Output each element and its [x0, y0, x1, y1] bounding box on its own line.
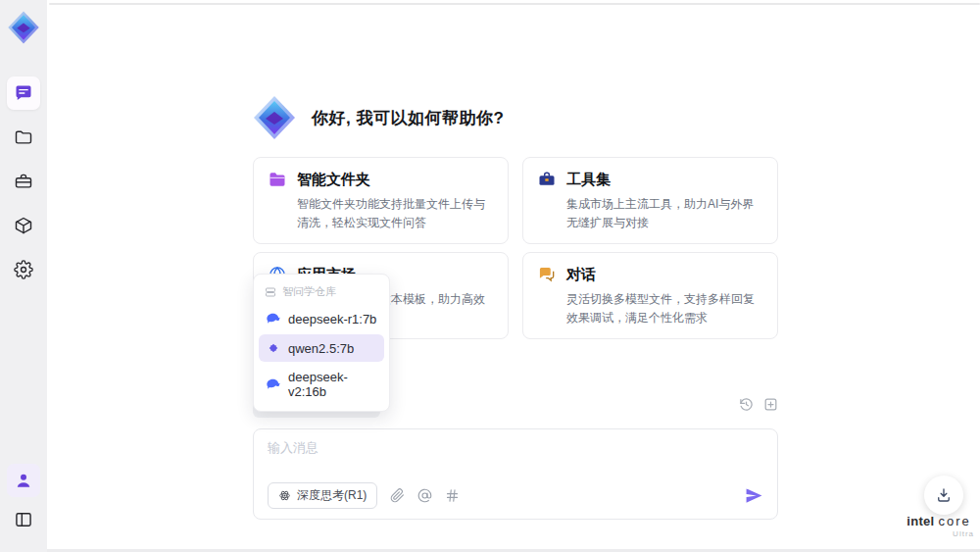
history-icon[interactable]: [739, 397, 754, 412]
card-toolset[interactable]: 工具集 集成市场上主流工具，助力AI与外界无缝扩展与对接: [522, 157, 778, 244]
sidebar-item-folders[interactable]: [7, 121, 40, 154]
card-title: 智能文件夹: [297, 171, 370, 189]
intel-core-badge: intelcore Ultra: [904, 514, 974, 538]
greeting-text: 你好, 我可以如何帮助你?: [312, 107, 504, 129]
briefcase-icon: [537, 170, 557, 189]
mention-button[interactable]: [417, 488, 432, 503]
attach-file-button[interactable]: [390, 488, 405, 503]
sidebar-item-toolbox[interactable]: [7, 165, 40, 198]
assistant-logo-icon: [251, 94, 298, 141]
atom-icon: [278, 489, 291, 502]
card-description: 智能文件夹功能支持批量文件上传与清洗，轻松实现文件问答: [297, 195, 494, 231]
intel-wordmark: intel: [906, 514, 934, 528]
chat-bubbles-icon: [537, 265, 557, 284]
model-option-label: deepseek-v2:16b: [288, 370, 377, 399]
greeting-row: 你好, 我可以如何帮助你?: [251, 94, 504, 141]
composer-toolbar: 深度思考(R1): [268, 482, 763, 509]
folder-icon: [14, 127, 33, 147]
deep-think-toggle[interactable]: 深度思考(R1): [268, 482, 377, 509]
card-description: 集成市场上主流工具，助力AI与外界无缝扩展与对接: [566, 195, 763, 231]
repository-icon: [265, 286, 276, 298]
app-logo-icon: [6, 10, 41, 45]
core-wordmark: core: [938, 514, 970, 528]
sidebar-item-collapse[interactable]: [7, 503, 40, 536]
card-title: 对话: [566, 266, 596, 284]
prompt-library-button[interactable]: [445, 488, 460, 503]
window-top-edge: [49, 3, 980, 5]
model-dropdown-header-label: 智问学仓库: [282, 284, 336, 299]
paperclip-icon: [390, 488, 405, 503]
panel-layout-icon: [14, 510, 33, 529]
user-icon: [14, 471, 33, 490]
deepseek-whale-icon: [266, 311, 281, 326]
new-chat-icon[interactable]: [763, 397, 778, 412]
card-smart-folder[interactable]: 智能文件夹 智能文件夹功能支持批量文件上传与清洗，轻松实现文件问答: [253, 157, 509, 244]
gear-icon: [14, 260, 33, 279]
card-dialogue[interactable]: 对话 灵活切换多模型文件，支持多样回复效果调试，满足个性化需求: [522, 252, 778, 339]
card-description: 灵活切换多模型文件，支持多样回复效果调试，满足个性化需求: [566, 290, 763, 326]
chat-icon: [14, 83, 33, 103]
sidebar: [0, 0, 47, 552]
model-option-label: deepseek-r1:7b: [288, 312, 376, 326]
folder-purple-icon: [268, 170, 287, 189]
download-icon: [935, 486, 953, 504]
cube-icon: [14, 216, 33, 235]
sidebar-item-account[interactable]: [7, 464, 40, 497]
at-icon: [417, 488, 432, 503]
hash-icon: [445, 488, 460, 503]
message-input[interactable]: [268, 439, 763, 482]
model-option-qwen[interactable]: qwen2.5:7b: [259, 334, 384, 362]
qwen-icon: [266, 340, 281, 356]
model-dropdown-header: 智问学仓库: [259, 278, 384, 303]
model-option-deepseek-v2[interactable]: deepseek-v2:16b: [259, 364, 384, 405]
download-fab[interactable]: [924, 476, 963, 515]
model-dropdown: 智问学仓库 deepseek-r1:7b qwen2.5:7b deepseek…: [253, 274, 390, 412]
chat-tools: [739, 397, 778, 412]
sidebar-item-models[interactable]: [7, 209, 40, 242]
send-icon: [745, 486, 763, 505]
sidebar-item-chat[interactable]: [7, 76, 40, 110]
toolbox-icon: [14, 172, 33, 191]
send-button[interactable]: [745, 486, 763, 505]
sidebar-item-settings[interactable]: [7, 253, 40, 286]
model-option-label: qwen2.5:7b: [288, 341, 354, 356]
deep-think-label: 深度思考(R1): [297, 487, 367, 504]
deepseek-whale-icon: [266, 376, 281, 392]
ultra-label: Ultra: [904, 529, 974, 538]
message-composer: 深度思考(R1): [253, 428, 778, 520]
card-title: 工具集: [566, 171, 611, 189]
model-option-deepseek-r1[interactable]: deepseek-r1:7b: [259, 305, 384, 332]
